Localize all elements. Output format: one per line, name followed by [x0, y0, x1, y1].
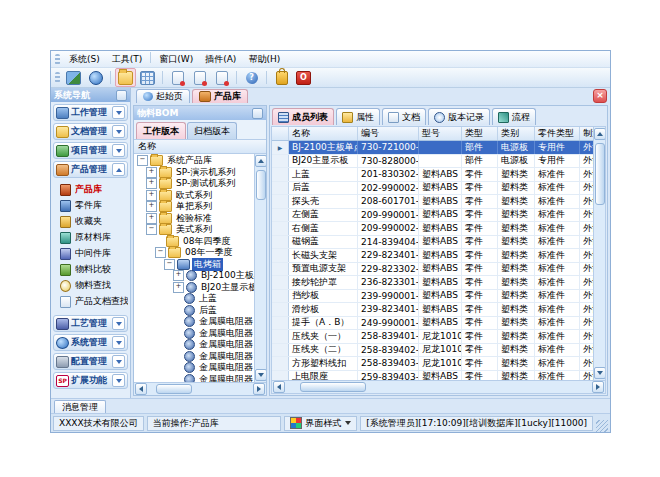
toolbar-grip[interactable]	[55, 72, 60, 83]
grid-scroll-thumb[interactable]	[595, 143, 605, 205]
sidebar-item-产品库[interactable]: 产品库	[60, 183, 128, 196]
chevron-down-icon[interactable]	[112, 336, 125, 349]
chevron-down-icon[interactable]	[112, 106, 125, 119]
sidebar-section-3[interactable]: 项目管理	[53, 142, 128, 159]
table-row[interactable]: 预置电源支架229-823302-00I塑料ABS零件塑料类标准件外协条	[272, 263, 593, 277]
scroll-right-icon[interactable]	[253, 383, 265, 395]
sidebar-item-产品文档查找[interactable]: 产品文档查找	[60, 295, 128, 308]
tab-属性[interactable]: 属性	[336, 108, 380, 125]
expand-plus-icon[interactable]: +	[146, 190, 157, 201]
collapse-minus-icon[interactable]: −	[164, 259, 175, 270]
table-button[interactable]	[137, 68, 158, 87]
chevron-up-icon[interactable]	[112, 163, 125, 176]
menu-item-2[interactable]: 工具(T)	[106, 52, 149, 67]
sidebar-item-收藏夹[interactable]: 收藏夹	[60, 215, 128, 228]
sidebar-section-6[interactable]: 系统管理	[53, 334, 128, 351]
scroll-up-icon[interactable]	[255, 155, 267, 167]
sidebar-item-物料比较[interactable]: 物料比较	[60, 263, 128, 276]
chevron-down-icon[interactable]	[112, 125, 125, 138]
message-manager-tab[interactable]: 消息管理	[54, 400, 106, 413]
expand-plus-icon[interactable]: +	[146, 201, 157, 212]
table-row[interactable]: 右侧盖209-990002-01I塑料ABS零件塑料类标准件外协条	[272, 222, 593, 236]
tree-node[interactable]: 金属膜电阻器	[134, 374, 254, 383]
sidebar-section-5[interactable]: 工艺管理	[53, 315, 128, 332]
sidebar-section-1[interactable]: 工作管理	[53, 104, 128, 121]
menu-item-4[interactable]: 插件(A)	[199, 52, 242, 67]
table-row[interactable]: 滑纱板239-823401-00I塑料ABS零件塑料类标准件外协条	[272, 303, 593, 317]
tab-工作版本[interactable]: 工作版本	[136, 122, 186, 139]
table-row[interactable]: 方形塑料线扣258-839403-00I尼龙1010零件塑料类标准件外协条	[272, 357, 593, 371]
sidebar-section-2[interactable]: 文档管理	[53, 123, 128, 140]
pin-icon[interactable]	[252, 108, 263, 119]
table-row[interactable]: 上电限座259-839403-00I塑料ABS零件塑料类标准件外协条	[272, 371, 593, 381]
sidebar-item-中间件库[interactable]: 中间件库	[60, 247, 128, 260]
menu-item-3[interactable]: 窗口(W)	[153, 52, 199, 67]
globe-button[interactable]	[85, 68, 106, 87]
table-row[interactable]: BJ20主显示板730-828000-04I部件电源板专用件外协颗	[272, 155, 593, 169]
menu-item-5[interactable]: 帮助(H)	[242, 52, 286, 67]
sidebar-section-8[interactable]: SP扩展功能	[53, 372, 128, 389]
tab-文档[interactable]: 文档	[382, 108, 426, 125]
grid-hscroll-thumb[interactable]	[300, 382, 366, 392]
table-row[interactable]: 长磁头支架229-823401-00I塑料ABS零件塑料类标准件外协条	[272, 249, 593, 263]
scroll-up-icon[interactable]	[594, 128, 606, 140]
table-row[interactable]: ▶BJ-2100主板单点730-721000-12I部件电源板专用件外协颗	[272, 141, 593, 155]
collapse-minus-icon[interactable]: −	[137, 155, 148, 166]
scroll-left-icon[interactable]	[273, 381, 285, 393]
tree-scroll-thumb[interactable]	[256, 170, 266, 200]
column-header-制造方式[interactable]: 制造方式	[580, 127, 593, 140]
scroll-left-icon[interactable]	[135, 383, 147, 395]
tree-node[interactable]: +BJ20主显示板	[134, 282, 254, 294]
expand-plus-icon[interactable]: +	[146, 167, 157, 178]
tab-流程[interactable]: 流程	[492, 108, 536, 125]
expand-plus-icon[interactable]: +	[146, 213, 157, 224]
sidebar-section-4[interactable]: 产品管理	[53, 161, 128, 178]
grid-horizontal-scrollbar[interactable]	[272, 380, 605, 393]
computer-button[interactable]	[63, 68, 84, 87]
tab-归档版本[interactable]: 归档版本	[187, 122, 237, 139]
ui-style-dropdown[interactable]: 界面样式	[284, 416, 357, 431]
table-row[interactable]: 左侧盖209-990001-01I塑料ABS零件塑料类标准件外协条	[272, 209, 593, 223]
scroll-down-icon[interactable]	[594, 367, 606, 379]
scroll-right-icon[interactable]	[592, 381, 604, 393]
tab-起始页[interactable]: 起始页	[136, 89, 190, 103]
expand-plus-icon[interactable]: +	[173, 282, 184, 293]
column-header-类型[interactable]: 类型	[462, 127, 498, 140]
menubar-grip[interactable]	[55, 54, 60, 65]
collapse-minus-icon[interactable]: −	[155, 247, 166, 258]
tree-column-header[interactable]: 名称	[134, 139, 266, 154]
menu-item-1[interactable]: 系统(S)	[63, 52, 106, 67]
table-row[interactable]: 压线夹（一）258-839401-00I尼龙1010零件塑料类标准件外协条	[272, 330, 593, 344]
chevron-down-icon[interactable]	[112, 317, 125, 330]
column-header-名称[interactable]: 名称	[289, 127, 358, 140]
table-row[interactable]: 提手（A．B）249-990001-01I塑料ABS零件塑料类标准件外协条	[272, 317, 593, 331]
tab-产品库[interactable]: 产品库	[192, 89, 248, 103]
tree-node[interactable]: 上盖	[134, 293, 254, 305]
doc-new-button[interactable]	[167, 68, 188, 87]
sidebar-item-物料查找[interactable]: 物料查找	[60, 279, 128, 292]
sidebar-item-原材料库[interactable]: 原材料库	[60, 231, 128, 244]
tree-horizontal-scrollbar[interactable]	[134, 382, 266, 395]
doc-edit-button[interactable]	[189, 68, 210, 87]
table-row[interactable]: 接纱轮护罩236-823301-00I塑料ABS零件塑料类标准件外协条	[272, 276, 593, 290]
lock-button[interactable]	[271, 68, 292, 87]
chevron-down-icon[interactable]	[112, 144, 125, 157]
sidebar-section-7[interactable]: 配置管理	[53, 353, 128, 370]
sidebar-collapse-icon[interactable]	[116, 90, 127, 101]
table-row[interactable]: 挡纱板239-990001-01I塑料ABS零件塑料类标准件外协条	[272, 290, 593, 304]
folder-button[interactable]	[115, 68, 136, 87]
column-header-零件类型[interactable]: 零件类型	[535, 127, 580, 140]
close-document-icon[interactable]: ×	[593, 89, 607, 103]
table-row[interactable]: 探头壳208-601701-01I塑料ABS零件塑料类标准件外协条	[272, 195, 593, 209]
table-row[interactable]: 压线夹（二）258-839402-00I尼龙1010零件塑料类标准件外协条	[272, 344, 593, 358]
scroll-down-icon[interactable]	[255, 369, 267, 381]
column-header-类别[interactable]: 类别	[498, 127, 535, 140]
resize-grip[interactable]	[596, 420, 608, 432]
column-header-编号[interactable]: 编号	[358, 127, 419, 140]
column-header-型号[interactable]: 型号	[419, 127, 462, 140]
doc-delete-button[interactable]	[211, 68, 232, 87]
table-row[interactable]: 磁钢盖214-839404-01I塑料ABS零件塑料类标准件外协条	[272, 236, 593, 250]
tab-成员列表[interactable]: 成员列表	[272, 108, 334, 125]
tree-hscroll-thumb[interactable]	[156, 384, 192, 394]
table-row[interactable]: 后盖202-990002-01I塑料ABS零件塑料类标准件外协条	[272, 182, 593, 196]
